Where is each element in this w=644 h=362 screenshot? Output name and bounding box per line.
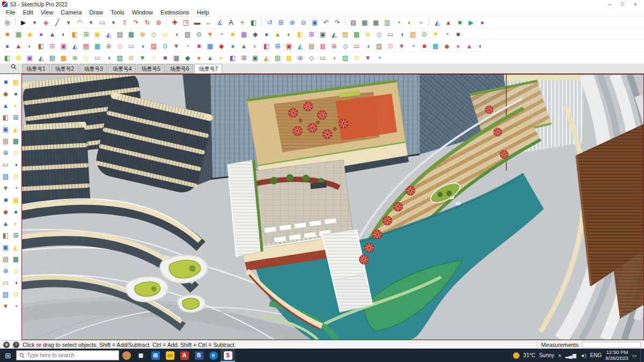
tape-measure-icon[interactable]: ▬ xyxy=(192,17,203,28)
pan-icon[interactable]: ⊞ xyxy=(275,17,287,28)
random-select-icon[interactable]: ▲ xyxy=(464,40,475,51)
dwg-export-icon[interactable]: ⊙ xyxy=(351,52,362,63)
entity-info-icon[interactable]: ▩ xyxy=(126,28,137,40)
line-icon[interactable]: ╱ xyxy=(52,17,63,28)
styles-toggle-icon[interactable]: ▭ xyxy=(1,277,11,289)
dimension-icon[interactable]: ↔ xyxy=(203,17,214,28)
weather-temp[interactable]: 31°C xyxy=(523,352,535,358)
transmutr-icon[interactable]: ⊙ xyxy=(159,40,171,51)
app-red-a-icon[interactable]: A xyxy=(177,349,192,362)
section-cuts-icon[interactable]: ⊙ xyxy=(419,28,430,40)
guide-tools-icon[interactable]: ▤ xyxy=(272,52,283,63)
zoom-icon[interactable]: ▲ xyxy=(1,218,11,230)
zoom-window-icon[interactable]: ◐ xyxy=(11,218,21,230)
menu-help[interactable]: Help xyxy=(193,9,213,16)
material-replacer-icon[interactable]: ◧ xyxy=(2,52,13,63)
scene-tab-场景号2[interactable]: 场景号2 xyxy=(51,64,79,73)
menu-edit[interactable]: Edit xyxy=(19,9,37,16)
artisan-sculpt-icon[interactable]: ▣ xyxy=(58,40,69,51)
uv-toolkit-icon[interactable]: ▣ xyxy=(24,52,35,63)
weld-edges-icon[interactable]: ● xyxy=(227,40,238,51)
label-maker-icon[interactable]: ■ xyxy=(159,52,171,63)
scene-transition-icon[interactable]: ◐ xyxy=(216,52,227,63)
language-indicator[interactable]: ENG xyxy=(590,352,602,358)
animation-play-icon[interactable]: ▤ xyxy=(340,28,351,40)
subtract-icon[interactable]: ◑ xyxy=(171,28,182,40)
search-input[interactable] xyxy=(27,352,107,358)
move-icon[interactable]: ▤ xyxy=(1,135,11,147)
cad-cleanup-icon[interactable]: ◇ xyxy=(80,52,92,63)
clothworks-icon[interactable]: ▭ xyxy=(126,40,137,51)
line-icon[interactable]: ◐ xyxy=(11,100,21,112)
select-icon[interactable]: ▶ xyxy=(18,17,29,28)
taskbar-clock[interactable]: 12:50 PM 8/26/2023 xyxy=(605,350,628,361)
drape-icon[interactable]: ◐ xyxy=(283,28,295,40)
joint-push-pull-icon[interactable]: ◧ xyxy=(35,40,47,51)
polygon-icon[interactable]: ▣ xyxy=(1,123,11,135)
purge-unused-icon[interactable]: ◇ xyxy=(148,28,159,40)
walk-icon[interactable]: ◭ xyxy=(11,241,21,253)
monochrome-style-icon[interactable]: ▥ xyxy=(382,17,393,28)
iso-view-icon[interactable]: ◭ xyxy=(431,17,443,28)
back-edges-icon[interactable]: ⊙ xyxy=(11,289,21,300)
taper-maker-icon[interactable]: ◐ xyxy=(250,40,261,51)
quadface-tools-icon[interactable]: ▤ xyxy=(80,40,92,51)
outer-shell-icon[interactable]: ▼ xyxy=(204,28,216,40)
zoom-extents-icon[interactable]: ▣ xyxy=(309,17,320,28)
perspective-toggle-icon[interactable]: ■ xyxy=(452,28,464,40)
protractor-icon[interactable]: ▼ xyxy=(1,182,11,194)
select-icon[interactable]: ■ xyxy=(1,76,11,88)
hide-selected-icon[interactable]: ▼ xyxy=(1,300,11,312)
layer-color-toggle-icon[interactable]: ◭ xyxy=(261,52,272,63)
scene-tab-场景号4[interactable]: 场景号4 xyxy=(108,64,136,73)
circle-icon[interactable]: ◧ xyxy=(1,112,11,123)
export-animation-icon[interactable]: ◧ xyxy=(227,52,238,63)
hide-rest-of-model-icon[interactable]: ⊞ xyxy=(238,52,250,63)
measurements-input[interactable] xyxy=(582,342,641,348)
previous-view-icon[interactable]: ⊞ xyxy=(11,230,21,241)
scene-tab-场景号5[interactable]: 场景号5 xyxy=(137,64,165,73)
freehand-icon[interactable]: ◭ xyxy=(11,123,21,135)
bezier-curve-icon[interactable]: ▲ xyxy=(238,40,250,51)
smart-offset-icon[interactable]: ▼ xyxy=(137,52,148,63)
thru-paint-icon[interactable]: ◭ xyxy=(35,52,47,63)
scale-icon[interactable]: ▭ xyxy=(1,159,11,171)
layers-panel-icon[interactable]: ◭ xyxy=(103,28,114,40)
profile-builder-icon[interactable]: ◑ xyxy=(137,40,148,51)
zoom-tool-icon[interactable]: ◎ xyxy=(2,17,13,28)
file-explorer-icon[interactable]: ▭ xyxy=(163,349,177,362)
fog-toggle-icon[interactable]: ≈ xyxy=(415,17,427,28)
rectangle-icon[interactable]: ▲ xyxy=(1,100,11,112)
sandbox-from-scratch-icon[interactable]: ◆ xyxy=(250,28,261,40)
random-rotate-icon[interactable]: ◑ xyxy=(362,40,374,51)
export-2d-icon[interactable]: ◑ xyxy=(396,28,407,40)
angle-dimension-icon[interactable]: ◔ xyxy=(148,52,159,63)
sketchup-app-icon[interactable]: S xyxy=(221,349,235,362)
styles-icon[interactable]: ▣ xyxy=(92,28,103,40)
lattice-maker-icon[interactable]: ⊞ xyxy=(272,40,283,51)
shadows-toggle-icon[interactable]: ◑ xyxy=(11,277,21,289)
text-icon[interactable]: ◔ xyxy=(11,182,21,194)
attribute-editor-icon[interactable]: ◑ xyxy=(328,52,340,63)
eraser-icon[interactable]: ● xyxy=(11,88,21,100)
previous-view-icon[interactable]: ↶ xyxy=(320,17,332,28)
position-camera-icon[interactable]: ▣ xyxy=(1,241,11,253)
scenes-panel-icon[interactable]: ◭ xyxy=(328,28,340,40)
arc-icon[interactable]: ◠ xyxy=(74,17,85,28)
arc-dropdown-icon[interactable]: ▾ xyxy=(85,17,97,28)
close-button[interactable]: × xyxy=(629,2,642,7)
sun-north-icon[interactable]: ⊕ xyxy=(328,40,340,51)
ifc-export-icon[interactable]: ▧ xyxy=(340,52,351,63)
component-replacer-icon[interactable]: ▭ xyxy=(351,40,362,51)
menu-window[interactable]: Window xyxy=(128,9,157,16)
component-stringer-icon[interactable]: ● xyxy=(452,40,464,51)
terrain-flatten-icon[interactable]: ◔ xyxy=(407,40,419,51)
shell-tool-icon[interactable]: ◧ xyxy=(261,40,272,51)
add-detail-icon[interactable]: ◧ xyxy=(295,28,306,40)
orbit-icon[interactable]: ◆ xyxy=(1,206,11,218)
textured-style-icon[interactable]: ▩ xyxy=(370,17,382,28)
unhide-all-icon[interactable]: ▣ xyxy=(250,52,261,63)
array-radial-icon[interactable]: ◆ xyxy=(441,40,452,51)
path-copy-icon[interactable]: ■ xyxy=(419,40,430,51)
minimize-button[interactable]: – xyxy=(603,2,616,7)
